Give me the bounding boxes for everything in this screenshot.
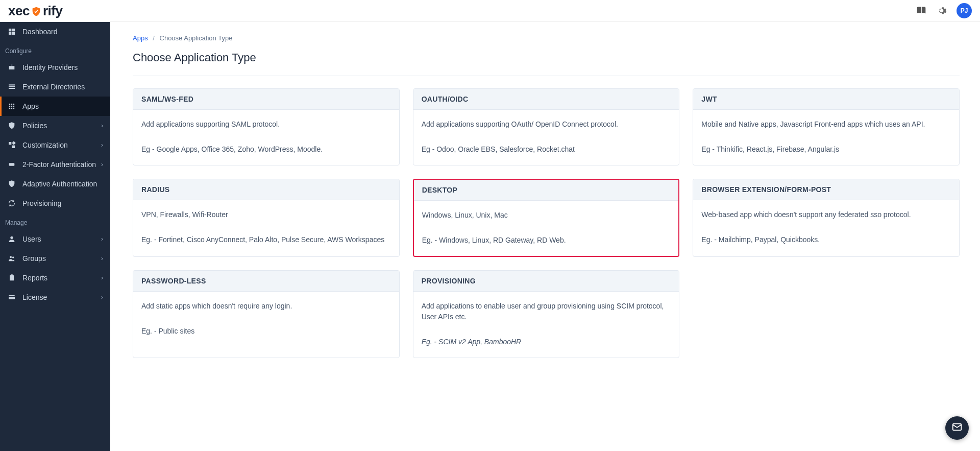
- topbar: xec rify PJ: [0, 0, 980, 22]
- chat-button[interactable]: [945, 416, 969, 440]
- sidebar-item-provisioning[interactable]: Provisioning: [0, 194, 110, 213]
- sidebar-item-label: Policies: [22, 122, 47, 130]
- sidebar-item-reports[interactable]: Reports ›: [0, 268, 110, 288]
- shield-icon: [31, 5, 42, 16]
- svg-point-8: [11, 104, 13, 105]
- svg-point-21: [10, 256, 12, 258]
- svg-rect-3: [12, 32, 15, 35]
- card-browser-ext[interactable]: BROWSER EXTENSION/FORM-POST Web-based ap…: [693, 179, 960, 257]
- svg-rect-23: [10, 275, 14, 281]
- briefcase-icon: [7, 63, 16, 72]
- main-content: Apps / Choose Application Type Choose Ap…: [110, 22, 980, 451]
- user-icon: [7, 234, 16, 244]
- svg-point-12: [13, 106, 15, 107]
- card-desc: Web-based app which doesn't support any …: [701, 209, 951, 220]
- gear-icon[interactable]: [936, 5, 947, 16]
- sidebar-item-label: Adaptive Authentication: [22, 180, 97, 188]
- card-radius[interactable]: RADIUS VPN, Firewalls, Wifi-RouterEg. - …: [133, 179, 400, 257]
- svg-rect-19: [9, 163, 15, 165]
- topbar-actions: PJ: [916, 3, 972, 18]
- card-title: SAML/WS-FED: [141, 95, 391, 103]
- sidebar-item-adaptive-auth[interactable]: Adaptive Authentication: [0, 174, 110, 194]
- card-desc: Windows, Linux, Unix, Mac: [422, 210, 671, 221]
- sidebar-item-label: External Directories: [22, 83, 85, 91]
- card-example: Eg - Odoo, Oracle EBS, Salesforce, Rocke…: [422, 144, 671, 155]
- svg-rect-0: [9, 29, 11, 31]
- card-title: RADIUS: [141, 185, 391, 194]
- chevron-right-icon: ›: [101, 255, 103, 262]
- svg-rect-4: [9, 84, 15, 85]
- card-desc: Add applications to enable user and grou…: [422, 301, 671, 322]
- group-icon: [7, 254, 16, 263]
- chevron-right-icon: ›: [101, 274, 103, 281]
- svg-rect-5: [9, 86, 15, 87]
- sidebar-item-label: Identity Providers: [22, 63, 78, 72]
- page-title: Choose Application Type: [133, 51, 960, 64]
- card-title: OAUTH/OIDC: [422, 95, 671, 103]
- svg-rect-1: [12, 29, 15, 31]
- sidebar: Dashboard Configure Identity Providers E…: [0, 22, 110, 451]
- card-title: PASSWORD-LESS: [141, 277, 391, 285]
- keypad-icon: [7, 160, 16, 169]
- svg-point-9: [13, 104, 15, 105]
- sidebar-item-label: License: [22, 293, 47, 301]
- sync-icon: [7, 199, 16, 208]
- sidebar-item-label: Dashboard: [22, 28, 58, 36]
- chevron-right-icon: ›: [101, 122, 103, 129]
- sidebar-item-groups[interactable]: Groups ›: [0, 249, 110, 268]
- sidebar-item-label: 2-Factor Authentication: [22, 160, 96, 169]
- sidebar-item-policies[interactable]: Policies ›: [0, 116, 110, 135]
- svg-point-14: [11, 108, 13, 109]
- sidebar-section-manage: Manage: [0, 213, 110, 229]
- svg-rect-18: [12, 141, 16, 145]
- card-desc: Mobile and Native apps, Javascript Front…: [701, 119, 951, 130]
- book-icon[interactable]: [916, 5, 927, 16]
- card-desc: VPN, Firewalls, Wifi-Router: [141, 209, 391, 220]
- card-desc: Add applications supporting SAML protoco…: [141, 119, 391, 130]
- card-example: Eg. - Fortinet, Cisco AnyConnect, Palo A…: [141, 234, 391, 245]
- dashboard-icon: [7, 27, 16, 36]
- mail-icon: [951, 421, 963, 435]
- svg-point-11: [11, 106, 13, 107]
- sidebar-item-2fa[interactable]: 2-Factor Authentication ›: [0, 155, 110, 174]
- sidebar-item-label: Reports: [22, 274, 47, 282]
- application-type-grid: SAML/WS-FED Add applications supporting …: [133, 88, 960, 358]
- avatar[interactable]: PJ: [957, 3, 972, 18]
- sidebar-item-external-directories[interactable]: External Directories: [0, 77, 110, 97]
- sidebar-section-configure: Configure: [0, 41, 110, 58]
- sidebar-item-license[interactable]: License ›: [0, 288, 110, 307]
- sidebar-item-dashboard[interactable]: Dashboard: [0, 22, 110, 41]
- shield-check-icon: [7, 179, 16, 188]
- shield-gear-icon: [7, 121, 16, 130]
- breadcrumb-root[interactable]: Apps: [133, 34, 148, 42]
- breadcrumb-current: Choose Application Type: [160, 34, 233, 42]
- sidebar-item-users[interactable]: Users ›: [0, 229, 110, 249]
- widgets-icon: [7, 140, 16, 150]
- divider: [133, 76, 960, 76]
- brand-logo[interactable]: xec rify: [8, 3, 62, 19]
- svg-point-10: [9, 106, 11, 107]
- sidebar-item-label: Groups: [22, 254, 46, 263]
- sidebar-item-identity-providers[interactable]: Identity Providers: [0, 58, 110, 77]
- card-jwt[interactable]: JWT Mobile and Native apps, Javascript F…: [693, 88, 960, 165]
- card-icon: [7, 293, 16, 302]
- card-provisioning[interactable]: PROVISIONING Add applications to enable …: [413, 270, 680, 358]
- chevron-right-icon: ›: [101, 235, 103, 243]
- card-example: Eg. - SCIM v2 App, BambooHR: [422, 337, 671, 347]
- svg-rect-26: [9, 296, 15, 297]
- card-title: JWT: [701, 95, 951, 103]
- sidebar-item-apps[interactable]: Apps: [0, 97, 110, 116]
- brand-text-1: xec: [8, 3, 30, 19]
- svg-rect-2: [9, 32, 11, 35]
- breadcrumb-separator: /: [153, 34, 155, 42]
- card-passwordless[interactable]: PASSWORD-LESS Add static apps which does…: [133, 270, 400, 358]
- sidebar-item-customization[interactable]: Customization ›: [0, 135, 110, 155]
- chevron-right-icon: ›: [101, 161, 103, 168]
- card-desktop[interactable]: DESKTOP Windows, Linux, Unix, MacEg. - W…: [413, 179, 680, 257]
- card-example: Eg. - Windows, Linux, RD Gateway, RD Web…: [422, 235, 671, 246]
- breadcrumb: Apps / Choose Application Type: [133, 34, 960, 42]
- card-saml[interactable]: SAML/WS-FED Add applications supporting …: [133, 88, 400, 165]
- list-icon: [7, 82, 16, 91]
- brand-text-2: rify: [43, 3, 62, 19]
- card-oauth[interactable]: OAUTH/OIDC Add applications supporting O…: [413, 88, 680, 165]
